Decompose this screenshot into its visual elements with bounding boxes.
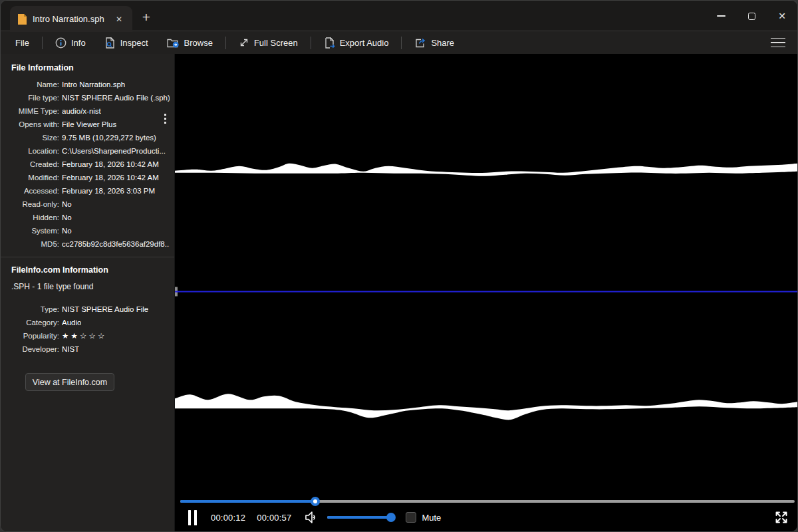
info-row: Hidden: No <box>1 211 174 224</box>
close-button[interactable]: ✕ <box>767 1 797 31</box>
tab-close-icon[interactable]: ✕ <box>112 13 126 25</box>
file-information-list: Name: Intro Narration.sph File type: NIS… <box>1 78 174 251</box>
info-row: Size: 9.75 MB (10,229,272 bytes) <box>1 131 174 144</box>
sidebar-kebab-menu-icon[interactable] <box>162 112 168 126</box>
document-tab[interactable]: Intro Narration.sph ✕ <box>10 6 132 32</box>
info-row: Accessed: February 18, 2026 3:03 PM <box>1 184 174 198</box>
window-controls: ✕ <box>706 1 797 31</box>
info-row: Created: February 18, 2026 10:42 AM <box>1 158 174 171</box>
info-row-label: MD5: <box>1 240 59 248</box>
browse-button[interactable]: Browse <box>163 35 217 51</box>
export-audio-label: Export Audio <box>340 38 389 48</box>
info-row-value: File Viewer Plus <box>62 120 116 128</box>
info-row: Location: C:\Users\SharpenedProducti... <box>1 144 174 158</box>
inspect-icon <box>104 37 116 49</box>
total-duration: 00:00:57 <box>257 513 291 523</box>
sidebar-divider <box>1 257 174 257</box>
toolbar-fullscreen-button[interactable]: Full Screen <box>235 35 302 51</box>
file-menu-button[interactable]: File <box>11 35 33 51</box>
info-row-label: Read-only: <box>1 200 59 208</box>
info-row-label: Name: <box>1 80 59 88</box>
info-row-value: February 18, 2026 10:42 AM <box>62 160 159 168</box>
info-row: Name: Intro Narration.sph <box>1 78 174 91</box>
waveform-svg <box>175 54 797 532</box>
toolbar-separator <box>311 37 311 49</box>
pause-icon <box>194 510 197 525</box>
speaker-icon <box>303 510 318 525</box>
info-row-value: No <box>62 227 72 235</box>
waveform-channel <box>175 394 797 420</box>
app-window: Intro Narration.sph ✕ + ✕ File Info <box>0 0 798 532</box>
seek-slider-fill <box>180 500 315 503</box>
info-row: File type: NIST SPHERE Audio File (.sph) <box>1 91 174 104</box>
expand-arrows-icon <box>773 509 789 525</box>
info-row-value: cc2785b92c8d3fe5636af29df8... <box>62 240 170 248</box>
playback-controls: 00:00:12 00:00:57 Mute <box>180 507 791 528</box>
info-row-value: No <box>62 213 72 221</box>
info-row-label: System: <box>1 227 59 235</box>
inspect-button[interactable]: Inspect <box>100 35 152 51</box>
mute-checkbox[interactable] <box>406 512 416 523</box>
export-audio-button[interactable]: Export Audio <box>320 35 393 51</box>
info-row-label: Created: <box>1 160 59 168</box>
info-row: Category: Audio <box>1 316 174 329</box>
new-tab-button[interactable]: + <box>138 9 155 26</box>
volume-slider-thumb[interactable] <box>386 513 396 522</box>
volume-button[interactable] <box>303 510 318 525</box>
info-row-value: February 18, 2026 3:03 PM <box>62 187 155 195</box>
info-row-label: Popularity: <box>1 332 59 340</box>
fileinfo-com-heading: FileInfo.com Information <box>1 265 174 275</box>
elapsed-time: 00:00:12 <box>211 513 245 523</box>
info-row-value: NIST SPHERE Audio File (.sph) <box>62 94 170 102</box>
stereo-divider-line <box>175 291 797 293</box>
info-row-value: audio/x-nist <box>62 107 101 115</box>
info-row: Developer: NIST <box>1 342 174 356</box>
info-icon <box>55 37 66 49</box>
minimize-button[interactable] <box>706 1 736 31</box>
info-row-value: Intro Narration.sph <box>62 80 125 88</box>
info-row: Popularity: ★ ★ ☆ ☆ ☆ <box>1 329 174 342</box>
maximize-icon <box>748 13 755 20</box>
info-row: MIME Type: audio/x-nist <box>1 104 174 118</box>
inspect-label: Inspect <box>120 38 148 48</box>
info-row: MD5: cc2785b92c8d3fe5636af29df8... <box>1 237 174 251</box>
info-row-value: NIST <box>62 345 79 353</box>
maximize-button[interactable] <box>736 1 767 31</box>
info-row-label: File type: <box>1 94 59 102</box>
info-row-label: Modified: <box>1 174 59 182</box>
export-audio-icon <box>324 37 335 49</box>
info-button[interactable]: Info <box>51 35 90 51</box>
info-row-label: Type: <box>1 305 59 313</box>
fullscreen-diagonal-icon <box>239 37 249 48</box>
info-row: Read-only: No <box>1 198 174 211</box>
volume-slider[interactable] <box>327 516 391 519</box>
info-row-label: Developer: <box>1 345 59 353</box>
info-row-value: Audio <box>62 319 81 327</box>
file-info-sidebar: File Information Name: Intro Narration.s… <box>1 54 175 532</box>
tab-bar: Intro Narration.sph ✕ + ✕ <box>1 1 797 31</box>
info-row-label: Hidden: <box>1 213 59 221</box>
info-row: System: No <box>1 224 174 237</box>
toolbar-separator <box>225 37 226 49</box>
volume-slider-fill <box>327 516 391 519</box>
menu-hamburger-icon[interactable] <box>769 35 787 51</box>
pause-button[interactable] <box>187 509 198 527</box>
share-button[interactable]: Share <box>410 35 458 51</box>
toolbar: File Info Inspect <box>1 31 797 54</box>
toolbar-separator <box>42 37 43 49</box>
info-label: Info <box>71 38 86 48</box>
info-row: Opens with: File Viewer Plus <box>1 118 174 131</box>
player-fullscreen-button[interactable] <box>772 508 791 527</box>
tab-title: Intro Narration.sph <box>33 14 112 24</box>
audio-file-icon <box>18 14 27 25</box>
audio-viewer-panel: 00:00:12 00:00:57 Mute <box>175 54 797 532</box>
info-row-label: MIME Type: <box>1 107 59 115</box>
info-row-label: Size: <box>1 134 59 142</box>
info-row-value: No <box>62 200 72 208</box>
info-row-value: ★ ★ ☆ ☆ ☆ <box>62 331 104 340</box>
share-label: Share <box>431 38 454 48</box>
seek-slider[interactable] <box>180 500 795 503</box>
info-row-label: Location: <box>1 147 59 155</box>
view-at-fileinfo-button[interactable]: View at FileInfo.com <box>25 373 114 391</box>
info-row-value: C:\Users\SharpenedProducti... <box>62 147 166 155</box>
